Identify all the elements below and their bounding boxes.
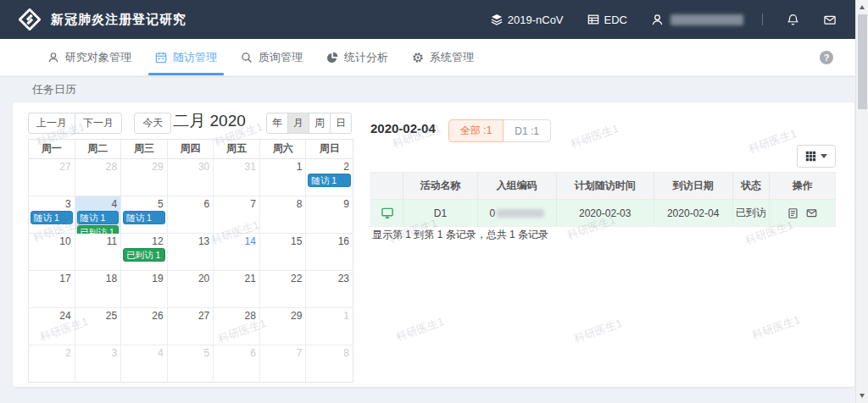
nav-item-query[interactable]: 质询管理 — [229, 39, 314, 75]
calendar-day-cell[interactable]: 6 — [168, 196, 214, 234]
calendar-day-cell[interactable]: 28 — [75, 159, 122, 196]
day-number: 16 — [338, 235, 349, 247]
nav-item-label: 随访管理 — [173, 50, 217, 65]
day-number: 6 — [204, 198, 210, 210]
help-icon[interactable]: ? — [820, 51, 833, 64]
calendar-day-cell[interactable]: 5随访 1 — [121, 196, 168, 234]
scrollbar[interactable] — [855, 0, 868, 403]
columns-dropdown-button[interactable] — [797, 145, 836, 168]
weekday-label: 周四 — [168, 140, 214, 158]
calendar-day-cell[interactable]: 16 — [306, 234, 353, 271]
calendar-day-cell[interactable]: 3随访 1 — [29, 196, 75, 234]
day-number: 5 — [158, 198, 164, 210]
monitor-icon[interactable] — [381, 207, 394, 219]
project-switcher[interactable]: 2019-nCoV — [491, 14, 564, 26]
search-icon — [241, 52, 253, 63]
day-number: 23 — [338, 273, 349, 284]
day-number: 15 — [291, 235, 302, 247]
calendar-day-cell[interactable]: 28 — [214, 308, 260, 345]
calendar-event[interactable]: 已到访 1 — [123, 248, 165, 262]
calendar-event[interactable]: 随访 1 — [77, 211, 120, 224]
scroll-down-arrow-icon[interactable] — [860, 394, 865, 398]
edc-link[interactable]: EDC — [587, 14, 627, 26]
day-number: 7 — [297, 347, 303, 359]
status-cell: 已到访 — [733, 200, 771, 226]
planned-visit-cell: 2020-02-03 — [557, 200, 654, 226]
calendar-day-cell[interactable]: 29 — [260, 308, 307, 345]
nav-item-system[interactable]: 系统管理 — [400, 39, 486, 75]
calendar-day-cell[interactable]: 19 — [121, 271, 168, 308]
calendar-event[interactable]: 随访 1 — [31, 211, 73, 224]
calendar-day-cell[interactable]: 17 — [29, 271, 75, 308]
column-header: 状态 — [733, 173, 771, 199]
calendar-day-cell[interactable]: 3 — [75, 345, 122, 382]
calendar-day-cell[interactable]: 29 — [121, 159, 168, 196]
calendar-day-cell[interactable]: 1 — [260, 159, 307, 196]
view-button-2[interactable]: 周 — [309, 113, 331, 134]
calendar-day-cell[interactable]: 6 — [214, 345, 260, 382]
form-icon[interactable] — [787, 207, 798, 219]
header-right: 2019-nCoV EDC — [467, 14, 837, 26]
calendar-day-cell[interactable]: 20 — [168, 271, 214, 308]
calendar-day-cell[interactable]: 7 — [214, 196, 260, 234]
view-button-1[interactable]: 月 — [287, 113, 309, 134]
calendar-day-cell[interactable]: 8 — [306, 345, 353, 382]
calendar-day-cell[interactable]: 30 — [168, 159, 214, 196]
nav-item-label: 统计分析 — [344, 50, 388, 65]
messages-button[interactable] — [823, 14, 837, 26]
calendar-day-cell[interactable]: 1 — [306, 308, 353, 345]
day-number: 31 — [244, 161, 255, 173]
notifications-button[interactable] — [787, 14, 799, 26]
calendar-day-cell[interactable]: 11 — [75, 234, 122, 271]
day-number: 10 — [59, 235, 70, 247]
view-button-0[interactable]: 年 — [266, 113, 288, 134]
scroll-up-arrow-icon[interactable] — [860, 5, 865, 9]
calendar-day-cell[interactable]: 24 — [29, 308, 75, 345]
calendar-event[interactable]: 随访 1 — [308, 174, 351, 187]
calendar-day-cell[interactable]: 12已到访 1 — [121, 234, 168, 271]
calendar-day-cell[interactable]: 27 — [168, 308, 214, 345]
mail-icon[interactable] — [805, 207, 818, 218]
calendar-day-cell[interactable]: 4随访 1已到访 1 — [75, 196, 122, 234]
code-redacted-part — [497, 209, 544, 218]
nav-item-followup[interactable]: 随访管理 — [143, 39, 229, 75]
calendar-day-cell[interactable]: 13 — [168, 234, 214, 271]
calendar-day-cell[interactable]: 2 — [29, 345, 75, 382]
day-number: 30 — [198, 161, 209, 173]
grid-icon — [805, 151, 816, 162]
table-header-row: 活动名称入组编码计划随访时间到访日期状态操作 — [371, 173, 835, 199]
day-number: 19 — [152, 273, 163, 284]
nav-item-stats[interactable]: 统计分析 — [314, 39, 400, 75]
filter-button-0[interactable]: 全部 :1 — [448, 119, 504, 142]
day-number: 17 — [59, 273, 70, 284]
calendar-day-cell[interactable]: 14 — [214, 234, 260, 271]
calendar-day-cell[interactable]: 18 — [75, 271, 122, 308]
calendar-day-cell[interactable]: 21 — [214, 271, 260, 308]
calendar-day-cell[interactable]: 4 — [121, 345, 168, 382]
nav-item-subjects[interactable]: 研究对象管理 — [36, 39, 143, 75]
calendar-day-cell[interactable]: 5 — [168, 345, 214, 382]
calendar-day-cell[interactable]: 31 — [214, 159, 260, 196]
view-button-3[interactable]: 日 — [330, 113, 352, 134]
calendar-day-cell[interactable]: 25 — [75, 308, 122, 345]
calendar-day-cell[interactable]: 8 — [260, 196, 307, 234]
calendar: 上一月 下一月 今天 二月 2020 年月周日 周一周二周三周四周五周六周日 2… — [28, 102, 353, 387]
nav-item-label: 研究对象管理 — [65, 50, 131, 65]
enrollment-code-cell: 0 — [478, 200, 557, 226]
calendar-day-cell[interactable]: 26 — [121, 308, 168, 345]
calendar-event[interactable]: 随访 1 — [123, 211, 165, 224]
user-name-redacted — [670, 14, 743, 25]
weekday-label: 周日 — [306, 140, 353, 158]
calendar-day-cell[interactable]: 9 — [306, 196, 353, 234]
calendar-day-cell[interactable]: 27 — [29, 159, 75, 196]
scrollbar-thumb[interactable] — [858, 14, 867, 109]
calendar-day-cell[interactable]: 15 — [260, 234, 307, 271]
calendar-day-cell[interactable]: 10 — [29, 234, 75, 271]
day-number: 1 — [343, 310, 349, 322]
user-menu[interactable] — [651, 14, 743, 26]
filter-button-1[interactable]: D1 :1 — [503, 119, 551, 142]
calendar-day-cell[interactable]: 7 — [260, 345, 307, 382]
calendar-day-cell[interactable]: 2随访 1 — [306, 159, 353, 196]
calendar-day-cell[interactable]: 23 — [306, 271, 353, 308]
calendar-day-cell[interactable]: 22 — [260, 271, 307, 308]
